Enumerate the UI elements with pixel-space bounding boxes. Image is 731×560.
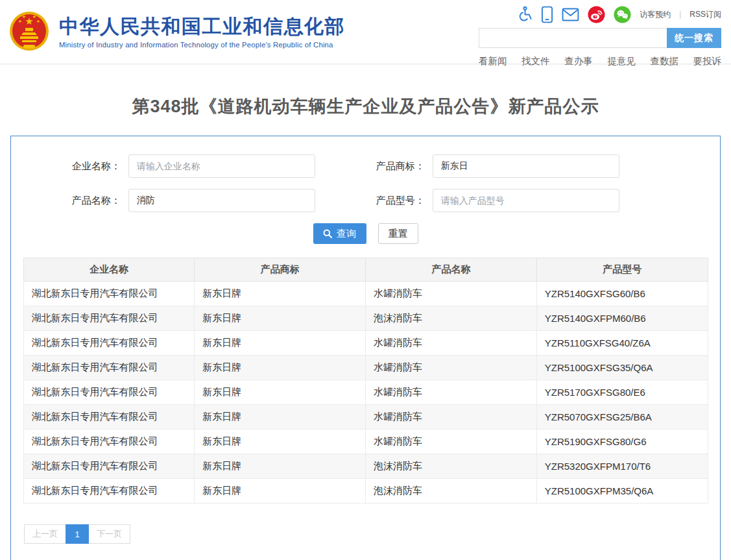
nav-link-complaints[interactable]: 要投诉 [693,55,721,67]
cell-product: 水罐消防车 [366,380,537,405]
nav-link-suggestions[interactable]: 提意见 [607,55,636,67]
site-title-block: 中华人民共和国工业和信息化部 Ministry of Industry and … [59,16,345,49]
cell-product: 泡沫消防车 [366,306,537,331]
table-header-row: 企业名称 产品商标 产品名称 产品型号 [23,258,708,282]
cell-company: 湖北新东日专用汽车有限公司 [23,405,195,430]
cell-model: YZR5110GXFSG40/Z6A [536,331,708,356]
svg-text:★: ★ [32,14,36,19]
query-button[interactable]: 查询 [313,223,366,244]
company-name-input[interactable] [128,154,315,178]
svg-text:★: ★ [36,19,40,23]
mail-icon[interactable] [562,8,579,21]
svg-text:★: ★ [22,14,26,19]
query-form: 企业名称： 产品商标： 产品名称： 产品型号： [11,154,720,212]
unified-search-input[interactable] [479,28,667,48]
site-header: ★ ★ ★ ★ ★ 中华人民共和国工业和信息化部 Ministry of Ind… [0,0,731,64]
field-company-name: 企业名称： [11,154,315,178]
national-emblem-logo: ★ ★ ★ ★ ★ [9,9,49,56]
weibo-icon[interactable] [588,6,605,23]
visitor-appointment-link[interactable]: 访客预约 [640,9,671,20]
cell-company: 湖北新东日专用汽车有限公司 [23,306,195,331]
col-header-model: 产品型号 [536,258,708,282]
site-subtitle: Ministry of Industry and Information Tec… [59,41,345,49]
col-header-company: 企业名称 [23,258,195,282]
current-page-button[interactable]: 1 [66,524,89,544]
site-branding: ★ ★ ★ ★ ★ 中华人民共和国工业和信息化部 Ministry of Ind… [9,0,345,64]
table-row: 湖北新东日专用汽车有限公司 新东日牌 水罐消防车 YZR5070GXFSG25/… [23,405,708,430]
reset-button[interactable]: 重置 [378,223,418,244]
cell-brand: 新东日牌 [195,405,366,430]
cell-model: YZR5190GXFSG80/G6 [536,430,708,454]
cell-model: YZR5140GXFPM60/B6 [536,306,708,331]
nav-link-documents[interactable]: 找文件 [521,55,550,67]
field-product-name: 产品名称： [11,189,315,212]
wechat-icon[interactable] [614,6,631,23]
table-row: 湖北新东日专用汽车有限公司 新东日牌 水罐消防车 YZR5190GXFSG80/… [23,430,708,454]
col-header-brand: 产品商标 [195,258,366,282]
nav-link-news[interactable]: 看新闻 [479,55,507,67]
product-brand-input[interactable] [433,154,619,178]
cell-brand: 新东日牌 [195,356,366,380]
prev-page-button[interactable]: 上一页 [24,524,66,544]
unified-search: 统一搜索 [479,28,721,48]
col-header-product: 产品名称 [366,258,537,282]
cell-model: YZR5100GXFSG35/Q6A [536,356,708,380]
cell-model: YZR5070GXFSG25/B6A [536,405,708,430]
cell-product: 水罐消防车 [366,430,537,454]
form-buttons: 查询 重置 [11,223,720,244]
cell-model: YZR5170GXFSG80/E6 [536,380,708,405]
cell-product: 泡沫消防车 [366,454,537,479]
table-row: 湖北新东日专用汽车有限公司 新东日牌 水罐消防车 YZR5170GXFSG80/… [23,380,708,405]
query-button-label: 查询 [337,228,356,240]
mobile-icon[interactable] [541,6,553,23]
search-icon [323,229,332,238]
cell-brand: 新东日牌 [195,380,366,405]
cell-company: 湖北新东日专用汽车有限公司 [23,331,195,356]
cell-brand: 新东日牌 [195,282,366,306]
cell-product: 水罐消防车 [366,331,537,356]
content-panel: 企业名称： 产品商标： 产品名称： 产品型号： 查询 重置 企业名 [10,136,721,560]
results-table: 企业名称 产品商标 产品名称 产品型号 湖北新东日专用汽车有限公司 新东日牌 水… [23,258,708,504]
cell-model: YZR5100GXFPM35/Q6A [536,479,708,504]
cell-company: 湖北新东日专用汽车有限公司 [23,454,195,479]
field-product-model: 产品型号： [315,189,619,212]
product-model-input[interactable] [433,189,619,212]
cell-product: 水罐消防车 [366,405,537,430]
cell-brand: 新东日牌 [195,454,366,479]
site-title: 中华人民共和国工业和信息化部 [59,16,345,38]
table-row: 湖北新东日专用汽车有限公司 新东日牌 水罐消防车 YZR5140GXFSG60/… [23,282,708,306]
table-row: 湖北新东日专用汽车有限公司 新东日牌 泡沫消防车 YZR5100GXFPM35/… [23,479,708,504]
cell-company: 湖北新东日专用汽车有限公司 [23,282,195,306]
table-row: 湖北新东日专用汽车有限公司 新东日牌 水罐消防车 YZR5110GXFSG40/… [23,331,708,356]
rss-subscribe-link[interactable]: RSS订阅 [689,9,721,20]
cell-brand: 新东日牌 [195,479,366,504]
cell-brand: 新东日牌 [195,331,366,356]
cell-company: 湖北新东日专用汽车有限公司 [23,479,195,504]
nav-link-services[interactable]: 查办事 [564,55,593,67]
page-title: 第348批《道路机动车辆生产企业及产品公告》新产品公示 [0,95,731,118]
product-name-input[interactable] [128,189,315,212]
cell-product: 水罐消防车 [366,356,537,380]
accessibility-icon[interactable] [518,6,533,23]
cell-model: YZR5140GXFSG60/B6 [536,282,708,306]
nav-link-data[interactable]: 查数据 [650,55,678,67]
quick-links-row: 访客预约 | RSS订阅 [479,5,721,24]
cell-product: 水罐消防车 [366,282,537,306]
quick-links-divider: | [679,10,681,19]
unified-search-button[interactable]: 统一搜索 [667,28,721,48]
company-name-label: 企业名称： [11,160,121,173]
next-page-button[interactable]: 下一页 [88,524,130,544]
header-utilities: 访客预约 | RSS订阅 统一搜索 看新闻 找文件 查办事 提意见 查数据 要投… [479,0,721,67]
table-row: 湖北新东日专用汽车有限公司 新东日牌 水罐消防车 YZR5100GXFSG35/… [23,356,708,380]
pagination: 上一页 1 下一页 [24,524,720,544]
product-brand-label: 产品商标： [315,160,425,173]
cell-brand: 新东日牌 [195,306,366,331]
cell-company: 湖北新东日专用汽车有限公司 [23,356,195,380]
cell-brand: 新东日牌 [195,430,366,454]
product-model-label: 产品型号： [315,195,425,207]
svg-text:★: ★ [18,19,22,23]
table-row: 湖北新东日专用汽车有限公司 新东日牌 泡沫消防车 YZR5320GXFPM170… [23,454,708,479]
header-nav: 看新闻 找文件 查办事 提意见 查数据 要投诉 [479,55,721,67]
cell-company: 湖北新东日专用汽车有限公司 [23,380,195,405]
cell-company: 湖北新东日专用汽车有限公司 [23,430,195,454]
